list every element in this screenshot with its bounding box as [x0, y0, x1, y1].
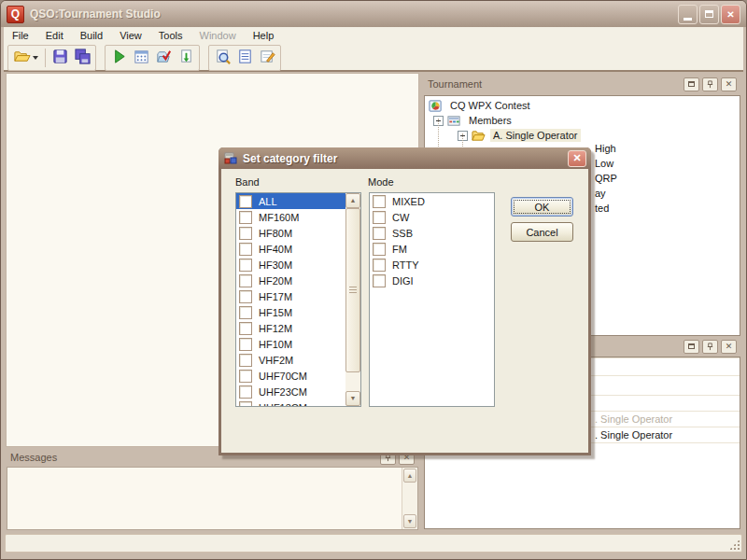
menu-view[interactable]: View [111, 27, 150, 45]
properties-button[interactable] [256, 47, 278, 69]
tree-item-label: A. Single Operator [490, 129, 581, 142]
menu-tools[interactable]: Tools [150, 27, 191, 45]
scroll-up-button[interactable]: ▲ [345, 193, 360, 208]
checkbox[interactable] [239, 243, 252, 256]
minimize-button[interactable] [678, 5, 698, 24]
band-item-label: HF17M [259, 291, 292, 302]
band-item[interactable]: HF20M [236, 273, 345, 288]
checkbox[interactable] [373, 227, 386, 240]
tree-item[interactable]: CQ WPX Contest [425, 98, 740, 113]
panel-maximize-button[interactable] [684, 77, 699, 91]
band-item[interactable]: UHF70CM [236, 368, 345, 384]
menu-build[interactable]: Build [72, 27, 111, 45]
band-item[interactable]: HF12M [236, 320, 345, 336]
band-item-label: HF10M [259, 339, 292, 350]
folder-icon [472, 129, 486, 143]
toolbar [4, 45, 743, 72]
panel-close-button[interactable]: ✕ [721, 340, 737, 354]
band-item-label: UHF23CM [259, 386, 307, 398]
band-item[interactable]: VHF2M [236, 352, 345, 368]
checkbox[interactable] [239, 354, 252, 367]
band-item[interactable]: ALL [236, 193, 345, 209]
band-item[interactable]: HF15M [236, 304, 345, 320]
scroll-down-button[interactable]: ▼ [345, 391, 360, 406]
checkbox[interactable] [239, 401, 252, 408]
checkbox[interactable] [239, 370, 252, 383]
close-button[interactable]: ✕ [721, 5, 740, 24]
find-button[interactable] [211, 47, 233, 69]
app-icon-letter: Q [11, 7, 20, 21]
panel-maximize-button[interactable] [684, 340, 699, 354]
panel-pin-button[interactable] [702, 340, 718, 354]
tree-item[interactable]: A. Single Operator [425, 128, 740, 143]
checkbox[interactable] [239, 274, 252, 287]
scroll-up-button[interactable]: ▲ [403, 469, 416, 483]
schedule-button[interactable] [130, 47, 152, 69]
panel-pin-button[interactable] [702, 77, 718, 91]
band-item[interactable]: UHF13CM [236, 399, 345, 407]
checkbox[interactable] [239, 195, 252, 208]
import-button[interactable] [175, 47, 197, 69]
mode-item[interactable]: DIGI [370, 273, 494, 288]
mode-item[interactable]: FM [370, 241, 494, 257]
window-title: QSO:Tournament Studio [30, 7, 672, 21]
checkbox[interactable] [373, 195, 386, 208]
save-all-button[interactable] [71, 47, 93, 69]
band-item[interactable]: HF80M [236, 225, 345, 241]
scroll-thumb[interactable] [345, 208, 360, 372]
menu-window[interactable]: Window [191, 27, 245, 45]
open-icon [13, 48, 31, 67]
validate-button[interactable] [152, 47, 175, 69]
checkbox[interactable] [373, 274, 386, 287]
checkbox[interactable] [239, 385, 252, 399]
band-item-label: HF30M [259, 259, 292, 271]
mode-item-label: MIXED [392, 196, 425, 207]
checkbox[interactable] [239, 211, 252, 224]
panel-close-button[interactable]: ✕ [721, 77, 737, 91]
maximize-button[interactable] [699, 5, 719, 24]
tree-item[interactable]: Members [425, 113, 740, 128]
menu-bar: FileEditBuildViewToolsWindowHelp [4, 27, 743, 45]
resize-grip[interactable] [728, 539, 740, 551]
scroll-down-button[interactable]: ▼ [403, 514, 416, 528]
menu-help[interactable]: Help [245, 27, 283, 45]
run-button[interactable] [107, 47, 130, 69]
open-button[interactable] [10, 47, 33, 69]
band-item[interactable]: HF30M [236, 257, 345, 273]
ok-button[interactable]: OK [511, 197, 573, 217]
checkbox[interactable] [239, 322, 252, 335]
menu-edit[interactable]: Edit [37, 27, 72, 45]
band-scrollbar[interactable]: ▲ ▼ [345, 193, 360, 406]
mode-item[interactable]: SSB [370, 225, 494, 241]
checkbox[interactable] [373, 211, 386, 224]
mode-item[interactable]: RTTY [370, 257, 494, 273]
mode-item[interactable]: CW [370, 209, 494, 225]
band-item[interactable]: UHF23CM [236, 384, 345, 399]
schedule-icon [133, 48, 150, 67]
dialog-close-button[interactable]: ✕ [568, 150, 586, 167]
contest-icon [429, 99, 444, 113]
band-item[interactable]: HF40M [236, 241, 345, 257]
band-listbox[interactable]: ALLMF160MHF80MHF40MHF30MHF20MHF17MHF15MH… [235, 192, 361, 407]
checkbox[interactable] [373, 259, 386, 272]
mode-item[interactable]: MIXED [370, 193, 494, 209]
save-button[interactable] [49, 47, 71, 69]
checkbox[interactable] [239, 306, 252, 319]
checkbox[interactable] [239, 227, 252, 240]
checkbox[interactable] [239, 259, 252, 272]
band-item[interactable]: HF10M [236, 336, 345, 352]
messages-scrollbar[interactable]: ▲ ▼ [402, 468, 417, 529]
open-dropdown-caret[interactable] [33, 56, 38, 60]
band-item[interactable]: HF17M [236, 288, 345, 304]
checkbox[interactable] [373, 243, 386, 256]
mode-listbox[interactable]: MIXEDCWSSBFMRTTYDIGI [369, 192, 495, 407]
menu-file[interactable]: File [4, 27, 37, 45]
dialog-titlebar[interactable]: Set category filter ✕ [218, 147, 591, 169]
report-button[interactable] [233, 47, 256, 69]
cancel-button[interactable]: Cancel [511, 222, 573, 242]
checkbox[interactable] [239, 290, 252, 303]
checkbox[interactable] [239, 338, 252, 351]
band-item[interactable]: MF160M [236, 209, 345, 225]
save-icon [51, 48, 69, 67]
window-titlebar[interactable]: Q QSO:Tournament Studio ✕ [1, 1, 746, 27]
